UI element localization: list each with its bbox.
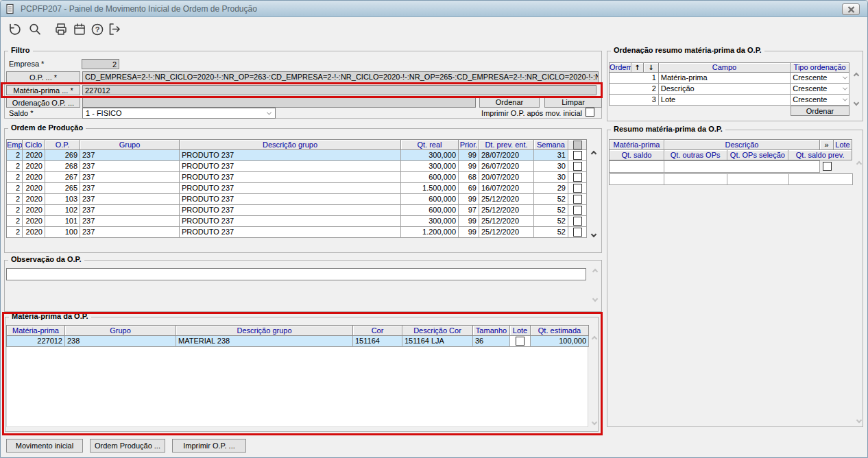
ordenacao-op-button[interactable]: Ordenação O.P. ... [6,97,80,108]
search-button[interactable] [27,21,45,39]
materia-prima-scrollbar[interactable] [590,337,599,424]
op-table-row[interactable]: 2 2020 267 237 PRODUTO 237 600,000 68 20… [7,172,587,183]
close-button[interactable] [842,3,860,15]
col-descricao[interactable]: Descrição [664,140,820,150]
col-qt-saldo[interactable]: Qt. saldo [610,150,664,160]
op-table-row[interactable]: 2 2020 102 237 PRODUTO 237 600,000 97 25… [7,205,587,216]
scroll-up-icon[interactable] [853,73,858,78]
saldo-select[interactable]: 1 - FISICO [82,108,276,119]
materia-prima-filter-field[interactable]: 227012 [82,85,596,95]
col-prior[interactable]: Prior. [459,140,479,150]
col-grupo[interactable]: Grupo [80,140,180,150]
col-ordem[interactable]: Ordem [610,63,631,73]
col-qt-real[interactable]: Qt. real [401,140,459,150]
op-cell: 101 [45,216,80,227]
resumo-materia-scrollbar[interactable] [854,162,863,422]
ordenacao-op-field[interactable] [82,97,476,108]
col-qt-outras-ops[interactable]: Qt. outras OPs [664,150,727,160]
op-table-row[interactable]: 2 2020 101 237 PRODUTO 237 300,000 99 25… [7,216,587,227]
tipo-select[interactable]: Crescente [791,73,849,84]
materia-prima-row[interactable]: 227012 238 MATERIAL 238 151164 151164 LJ… [7,336,589,347]
scroll-up-icon[interactable] [592,336,597,341]
calendar-button[interactable] [71,21,89,39]
col-descricao-cor[interactable]: Descrição Cor [402,326,473,336]
col-materia-prima[interactable]: Matéria-prima [7,326,65,336]
col-semana[interactable]: Semana [534,140,568,150]
op-table-row[interactable]: 2 2020 265 237 PRODUTO 237 1.500,000 69 … [7,183,587,194]
col-op[interactable]: O.P. [45,140,80,150]
ordenacao-row[interactable]: 3 Lote Crescente [610,95,849,106]
ordenacao-scrollbar[interactable] [852,73,860,105]
col-qt-saldo-prev[interactable]: Qt. saldo prev. [788,150,852,160]
op-filter-field[interactable]: CD_EMPRESA=2-!-:NR_CICLO=2020-!-:NR_OP=2… [82,71,599,83]
resumo-lote-checkbox[interactable] [823,162,832,171]
exit-button[interactable] [106,21,124,39]
op-table-row[interactable]: 2 2020 269 237 PRODUTO 237 300,000 99 28… [7,150,587,161]
scroll-up-icon[interactable] [592,269,597,274]
row-checkbox[interactable] [573,173,582,182]
tipo-select[interactable]: Crescente [791,95,849,106]
op-table-row[interactable]: 2 2020 103 237 PRODUTO 237 600,000 99 25… [7,194,587,205]
col-campo[interactable]: Campo [659,63,791,73]
op-table-row[interactable]: 2 2020 268 237 PRODUTO 237 300,000 99 26… [7,161,587,172]
ordenacao-row[interactable]: 1 Matéria-prima Crescente [610,73,849,84]
grupo-cell: 238 [65,336,176,347]
ordenar-resumo-button[interactable]: Ordenar [791,106,849,116]
sort-down-icon[interactable]: ↓ [644,63,659,73]
materia-prima-header-row: Matéria-prima Grupo Descrição grupo Cor … [7,326,589,336]
empresa-field[interactable]: 2 [82,59,119,69]
scroll-down-icon[interactable] [592,420,597,425]
movimento-inicial-button[interactable]: Movimento inicial [6,439,83,453]
scroll-down-icon[interactable] [856,418,861,423]
scroll-down-icon[interactable] [853,100,858,106]
col-emp[interactable]: Emp. [7,140,23,150]
col-lote[interactable]: Lote [834,140,852,150]
col-dt-prev-ent[interactable]: Dt. prev. ent. [479,140,534,150]
undo-button[interactable] [6,21,24,39]
col-cor[interactable]: Cor [353,326,402,336]
select-all-checkbox[interactable] [573,141,582,149]
limpar-button[interactable]: Limpar [544,97,602,108]
col-materia-prima[interactable]: Matéria-prima [610,140,664,150]
lote-checkbox[interactable] [516,337,525,346]
row-checkbox[interactable] [573,206,582,215]
ordenar-filter-button[interactable]: Ordenar [479,97,540,108]
observacao-input[interactable] [6,268,586,280]
tipo-select[interactable]: Crescente [791,84,849,95]
row-checkbox[interactable] [573,217,582,226]
observacao-scrollbar[interactable] [590,269,599,301]
col-tamanho[interactable]: Tamanho [473,326,510,336]
col-qt-estimada[interactable]: Qt. estimada [531,326,589,336]
scroll-down-icon[interactable] [591,232,596,237]
resumo-materia-header1: Matéria-prima Descrição » Lote Qt. saldo… [609,139,852,160]
col-grupo[interactable]: Grupo [65,326,176,336]
materia-prima-filter-button[interactable]: Matéria-prima ... * [6,85,80,95]
col-descricao-grupo[interactable]: Descrição grupo [176,326,353,336]
imprimir-op-button[interactable]: Imprimir O.P. ... [172,439,246,453]
row-checkbox[interactable] [573,184,582,193]
scroll-down-icon[interactable] [592,296,597,302]
print-button[interactable] [53,21,71,39]
help-button[interactable]: ? [89,21,107,39]
scroll-up-icon[interactable] [856,161,861,167]
col-qt-ops-selecao[interactable]: Qt. OPs seleção [727,150,789,160]
imprimir-apos-checkbox[interactable] [586,108,594,117]
col-tipo-ordenacao[interactable]: Tipo ordenação [791,63,849,73]
row-checkbox[interactable] [573,228,582,237]
ordenacao-row[interactable]: 2 Descrição Crescente [610,84,849,95]
ordem-producao-scrollbar[interactable] [589,152,599,237]
resumo-materia-row-b[interactable] [609,173,853,185]
col-ciclo[interactable]: Ciclo [23,140,45,150]
resumo-materia-row-a[interactable] [609,160,820,173]
row-checkbox[interactable] [573,151,582,160]
ordem-producao-button[interactable]: Ordem Produção ... [90,439,165,453]
col-lote[interactable]: Lote [510,326,531,336]
scroll-up-icon[interactable] [591,151,596,156]
sort-up-icon[interactable]: ↑ [631,63,644,73]
row-checkbox[interactable] [573,162,582,171]
row-checkbox[interactable] [573,195,582,204]
op-table-row[interactable]: 2 2020 100 237 PRODUTO 237 1.200,000 99 … [7,227,587,238]
col-descricao-grupo[interactable]: Descrição grupo [180,140,401,150]
expand-columns-icon[interactable]: » [820,140,834,150]
op-filter-button[interactable]: O.P. ... * [6,71,80,83]
